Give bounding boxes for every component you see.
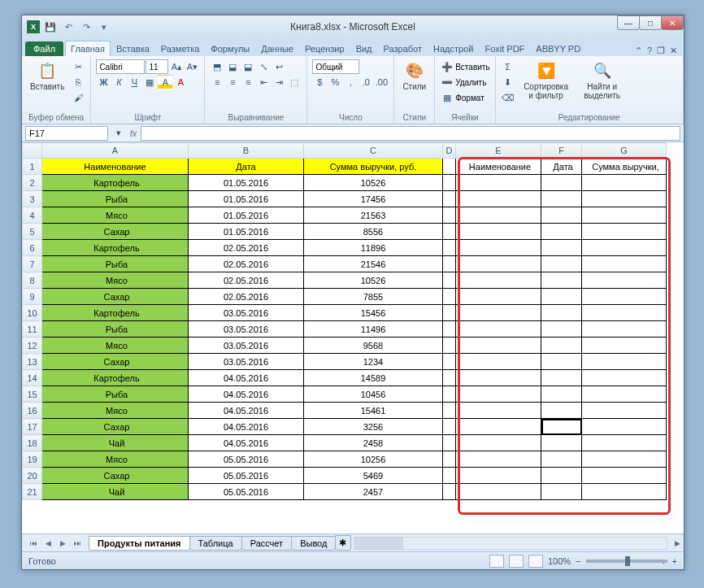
- paste-button[interactable]: 📋 Вставить: [27, 59, 67, 93]
- cell[interactable]: 03.05.2016: [189, 305, 304, 321]
- cell[interactable]: 7855: [304, 289, 443, 305]
- cell[interactable]: 02.05.2016: [189, 256, 304, 272]
- cell[interactable]: 02.05.2016: [189, 272, 304, 289]
- cell[interactable]: [541, 468, 582, 484]
- cell[interactable]: [541, 451, 582, 468]
- cell[interactable]: 02.05.2016: [189, 240, 304, 256]
- zoom-in-icon[interactable]: +: [672, 556, 677, 566]
- zoom-slider[interactable]: [586, 560, 667, 563]
- cell[interactable]: [582, 451, 667, 468]
- col-header-c[interactable]: C: [304, 143, 443, 159]
- cell[interactable]: [456, 207, 541, 224]
- cell[interactable]: [582, 338, 667, 354]
- cell[interactable]: 04.05.2016: [189, 419, 304, 435]
- cell[interactable]: Сахар: [42, 468, 189, 484]
- cell[interactable]: [582, 240, 667, 256]
- cell[interactable]: [456, 370, 541, 386]
- horizontal-scrollbar[interactable]: [354, 537, 667, 550]
- col-header-d[interactable]: D: [443, 143, 456, 159]
- cell[interactable]: [541, 289, 582, 305]
- cell[interactable]: [541, 419, 582, 435]
- row-header[interactable]: 14: [23, 370, 42, 386]
- cell[interactable]: Рыба: [42, 386, 189, 403]
- cell[interactable]: 04.05.2016: [189, 403, 304, 419]
- orientation-icon[interactable]: ⤡: [256, 59, 271, 74]
- tab-file[interactable]: Файл: [25, 41, 63, 56]
- cell[interactable]: [541, 240, 582, 256]
- cell[interactable]: [443, 159, 456, 175]
- cell[interactable]: 14589: [304, 370, 443, 386]
- fill-color-icon[interactable]: A: [158, 75, 172, 89]
- cell[interactable]: [541, 224, 582, 240]
- save-icon[interactable]: 💾: [43, 20, 58, 34]
- cell[interactable]: [582, 370, 667, 386]
- cell[interactable]: Чай: [42, 435, 189, 451]
- cell[interactable]: [582, 175, 667, 191]
- qat-more-icon[interactable]: ▾: [97, 20, 111, 34]
- increase-indent-icon[interactable]: ⇥: [272, 75, 286, 89]
- cell[interactable]: [541, 484, 582, 500]
- increase-decimal-icon[interactable]: .0: [359, 75, 373, 89]
- delete-cells-label[interactable]: Удалить: [455, 78, 486, 87]
- row-header[interactable]: 21: [23, 484, 42, 500]
- tab-insert[interactable]: Вставка: [111, 41, 155, 56]
- cell[interactable]: Мясо: [42, 207, 189, 224]
- cell[interactable]: [541, 305, 582, 321]
- cell[interactable]: [443, 419, 456, 435]
- cell[interactable]: [456, 468, 541, 484]
- sheet-tab-3[interactable]: Рассчет: [241, 536, 293, 551]
- cell[interactable]: Дата: [541, 159, 582, 175]
- bold-icon[interactable]: Ж: [96, 75, 111, 89]
- cell[interactable]: [582, 272, 667, 289]
- cell[interactable]: Картофель: [42, 370, 189, 386]
- insert-cells-label[interactable]: Вставить: [455, 63, 489, 72]
- cell[interactable]: Сумма выручки,: [582, 159, 667, 175]
- cell[interactable]: [443, 484, 456, 500]
- row-header[interactable]: 9: [23, 289, 42, 305]
- tab-home[interactable]: Главная: [65, 41, 111, 56]
- doc-restore-icon[interactable]: ❐: [657, 46, 665, 56]
- cell[interactable]: 01.05.2016: [189, 224, 304, 240]
- cell[interactable]: 10256: [304, 451, 443, 468]
- cell[interactable]: [456, 354, 541, 370]
- cell[interactable]: 11896: [304, 240, 443, 256]
- cell[interactable]: Рыба: [42, 256, 189, 272]
- cell[interactable]: [456, 419, 541, 435]
- cell[interactable]: [456, 272, 541, 289]
- cell[interactable]: [456, 338, 541, 354]
- cell[interactable]: [541, 435, 582, 451]
- cell[interactable]: [456, 224, 541, 240]
- tab-abbyy[interactable]: ABBYY PD: [530, 41, 586, 56]
- cell[interactable]: 02.05.2016: [189, 289, 304, 305]
- align-top-icon[interactable]: ⬒: [210, 59, 224, 74]
- hscroll-right-icon[interactable]: ▶: [671, 537, 684, 550]
- cell[interactable]: [456, 175, 541, 191]
- row-header[interactable]: 13: [23, 354, 42, 370]
- close-button[interactable]: ✕: [661, 15, 684, 30]
- cell[interactable]: [456, 256, 541, 272]
- cell[interactable]: [541, 370, 582, 386]
- cell[interactable]: [456, 240, 541, 256]
- cell[interactable]: [582, 386, 667, 403]
- copy-icon[interactable]: ⎘: [71, 75, 85, 89]
- row-header[interactable]: 1: [23, 159, 42, 175]
- tab-addins[interactable]: Надстрой: [428, 41, 479, 56]
- clear-icon[interactable]: ⌫: [501, 90, 515, 105]
- tab-layout[interactable]: Разметка: [155, 41, 206, 56]
- redo-icon[interactable]: ↷: [79, 20, 93, 34]
- cell[interactable]: Дата: [189, 159, 304, 175]
- sheet-tab-4[interactable]: Вывод: [291, 536, 336, 551]
- cell[interactable]: [541, 386, 582, 403]
- cell[interactable]: Чай: [42, 484, 189, 500]
- row-header[interactable]: 16: [23, 403, 42, 419]
- cell[interactable]: 17456: [304, 191, 443, 207]
- cell[interactable]: [443, 272, 456, 289]
- cell[interactable]: [443, 321, 456, 338]
- sort-filter-button[interactable]: 🔽 Сортировка и фильтр: [519, 59, 574, 102]
- align-right-icon[interactable]: ≡: [241, 75, 255, 89]
- row-header[interactable]: 2: [23, 175, 42, 191]
- row-header[interactable]: 19: [23, 451, 42, 468]
- font-size-combo[interactable]: 11: [146, 59, 168, 74]
- cell[interactable]: [443, 175, 456, 191]
- cell[interactable]: [541, 403, 582, 419]
